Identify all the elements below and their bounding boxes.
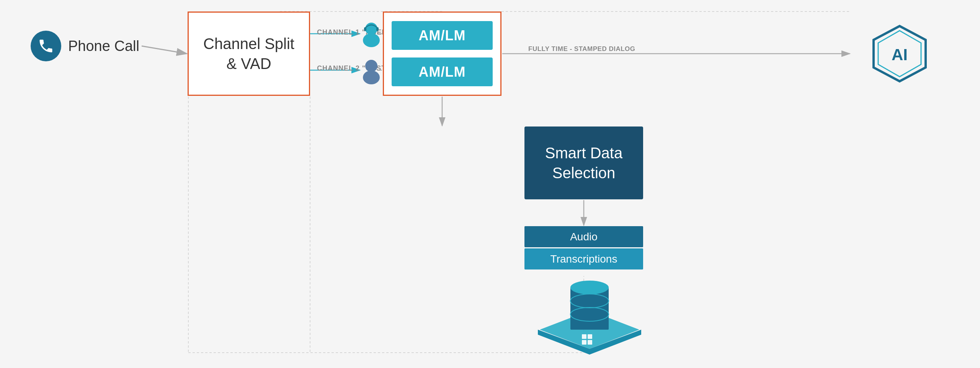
transcriptions-label: Transcriptions — [550, 253, 617, 265]
svg-rect-33 — [588, 334, 592, 339]
svg-line-3 — [142, 46, 187, 54]
customer-icon — [360, 58, 383, 84]
ai-icon: AI — [869, 23, 930, 84]
svg-point-22 — [363, 71, 380, 84]
phone-svg — [38, 38, 54, 54]
phone-call-node: Phone Call — [31, 31, 139, 61]
svg-rect-34 — [582, 340, 586, 345]
svg-rect-32 — [582, 334, 586, 339]
svg-rect-20 — [376, 27, 379, 31]
amlm-box: AM/LM AM/LM — [383, 12, 501, 96]
audio-box: Audio — [524, 226, 643, 247]
svg-rect-19 — [364, 27, 366, 31]
amlm-block-1: AM/LM — [392, 21, 493, 50]
agent-icon — [360, 21, 383, 48]
amlm-text-1: AM/LM — [419, 28, 466, 44]
fully-time-label: FULLY TIME - STAMPED DIALOG — [528, 45, 635, 53]
smart-data-text: Smart Data Selection — [545, 143, 622, 183]
database-icon — [532, 272, 639, 349]
svg-point-21 — [365, 60, 377, 72]
audio-label: Audio — [570, 231, 598, 243]
phone-label: Phone Call — [68, 38, 139, 54]
channel-split-box: Channel Split & VAD — [188, 12, 310, 96]
amlm-text-2: AM/LM — [419, 64, 466, 80]
transcriptions-box: Transcriptions — [524, 248, 643, 269]
svg-point-29 — [570, 281, 609, 294]
amlm-block-2: AM/LM — [392, 58, 493, 86]
diagram-container: Phone Call Channel Split & VAD CHANNEL 1… — [0, 0, 980, 368]
svg-rect-35 — [588, 340, 592, 345]
svg-text:AI: AI — [892, 46, 908, 64]
channel-split-label: Channel Split & VAD — [203, 34, 294, 74]
phone-icon — [31, 31, 61, 61]
svg-point-18 — [363, 33, 380, 47]
smart-data-box: Smart Data Selection — [524, 127, 643, 199]
